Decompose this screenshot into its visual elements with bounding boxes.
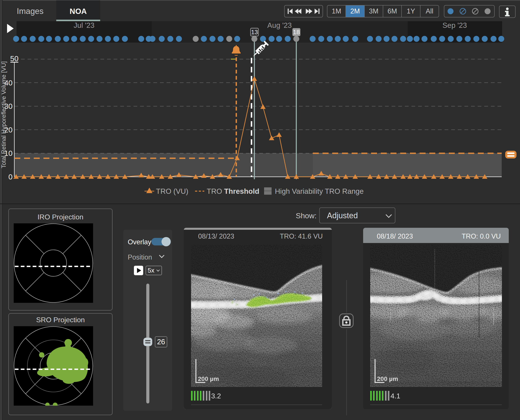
svg-text:TRO Threshold: TRO Threshold [207, 187, 259, 195]
svg-text:18: 18 [293, 29, 300, 36]
svg-text:Jul '23: Jul '23 [74, 21, 94, 29]
svg-text:Aug '23: Aug '23 [267, 21, 292, 29]
svg-text:30: 30 [4, 102, 13, 110]
svg-text:50: 50 [10, 54, 19, 63]
svg-text:Sep '23: Sep '23 [443, 21, 467, 29]
svg-text:TRO (VU): TRO (VU) [156, 187, 188, 195]
svg-text:13: 13 [251, 29, 258, 36]
svg-text:200 µm: 200 µm [198, 375, 219, 382]
svg-text:20: 20 [4, 126, 13, 134]
svg-text:40: 40 [4, 79, 13, 87]
svg-text:High Variability TRO Range: High Variability TRO Range [275, 187, 364, 195]
svg-text:200 µm: 200 µm [377, 375, 398, 382]
svg-text:0: 0 [8, 172, 13, 181]
svg-text:10: 10 [4, 149, 13, 157]
